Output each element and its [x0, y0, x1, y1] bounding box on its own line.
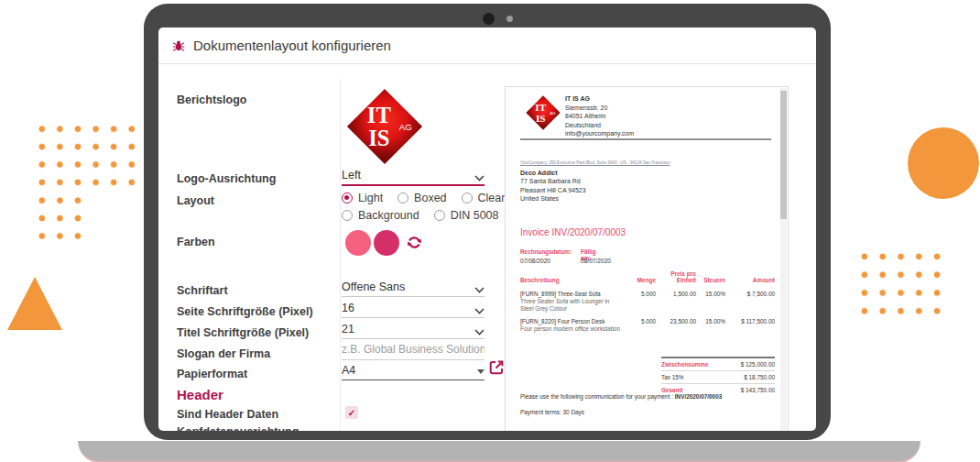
layout-label: Layout	[177, 194, 334, 207]
title-font-size-select[interactable]: 21	[342, 320, 485, 339]
chevron-down-icon	[474, 329, 485, 336]
report-logo-image[interactable]: IT IS AG	[344, 86, 425, 170]
laptop-base	[78, 441, 920, 462]
scrollbar-thumb[interactable]	[780, 91, 787, 219]
item-description: Four person modern office workstation	[520, 325, 623, 333]
invoice-totals: Zwischensumme $ 125,000.00 Tax 15% $ 18,…	[661, 357, 775, 396]
laptop-frame: Dokumentenlayout konfigurieren Berichtsl…	[144, 4, 831, 440]
sender-address-line: YourCompany, 250 Executive Park Blvd, Su…	[520, 160, 670, 165]
radio-light-label[interactable]: Light	[358, 192, 383, 204]
invoice-date-value: 07/08/2020	[520, 258, 550, 264]
radio-boxed-label[interactable]: Boxed	[414, 192, 446, 204]
invoice-company-block: IT IS AG Siemensstr. 20 84051 Altheim De…	[565, 94, 634, 138]
svg-text:AG: AG	[550, 111, 556, 116]
customer-country: United States	[520, 194, 586, 203]
chevron-down-icon	[474, 308, 485, 314]
layout-radio-row-1: Light Boxed Clean	[342, 192, 517, 204]
radio-boxed[interactable]	[397, 192, 408, 204]
radio-din5008-label[interactable]: DIN 5008	[451, 209, 499, 222]
invoice-divider	[520, 138, 771, 140]
item-amount: $ 117,500.00	[725, 318, 775, 324]
radio-background[interactable]	[342, 210, 353, 221]
invoice-date-values: 07/08/2020 08/07/2020	[520, 258, 550, 264]
customer-name: Deco Addict	[520, 169, 586, 177]
customer-city: Pleasant Hill CA 94523	[520, 186, 586, 194]
camera-icon	[483, 13, 495, 25]
invoice-preview: IT IS AG IT IS AG Siemensstr. 20 84051 A…	[505, 86, 789, 431]
item-unit-price: 1,500.00	[656, 291, 696, 297]
font-value: Offene Sans	[342, 280, 405, 293]
item-amount: $ 7,500.00	[725, 291, 775, 297]
invoice-date-labels: Rechnungsdatum: Fällig am:	[520, 248, 572, 255]
title-font-size-label: Titel Schriftgröße (Pixel)	[177, 326, 334, 339]
payment-note-text: Please use the following communication f…	[520, 393, 675, 400]
due-date-value: 08/07/2020	[581, 258, 611, 264]
radio-clean-label[interactable]: Clean	[478, 192, 508, 204]
app-window: Dokumentenlayout konfigurieren Berichtsl…	[158, 28, 816, 431]
slogan-input[interactable]	[342, 341, 485, 360]
deco-circle	[908, 127, 979, 199]
preview-scrollbar[interactable]	[780, 88, 787, 431]
chevron-down-icon	[474, 287, 485, 293]
tax-value: $ 18,750.00	[744, 374, 775, 380]
item-qty: 5.000	[623, 318, 656, 324]
layout-radio-row-2: Background DIN 5008	[342, 209, 508, 222]
col-taxes: Steuern	[696, 277, 725, 283]
color-swatch-secondary[interactable]	[374, 230, 399, 256]
page-font-size-label: Seite Schriftgröße (Pixel)	[177, 305, 334, 318]
company-email: info@yourcompany.com	[565, 129, 634, 138]
deco-dots-right	[855, 248, 946, 320]
company-country: Deutschland	[565, 121, 634, 130]
header-data-checkbox[interactable]: ✓	[345, 406, 358, 419]
paper-format-select[interactable]: A4	[342, 361, 485, 380]
caret-down-icon	[477, 369, 485, 374]
title-font-size-value: 21	[342, 323, 354, 336]
tax-row: Tax 15% $ 18,750.00	[661, 371, 775, 384]
subtotal-value: $ 125,000.00	[741, 361, 775, 368]
deco-dots-left-top	[33, 120, 141, 192]
payment-communication-note: Please use the following communication f…	[520, 393, 722, 400]
deco-triangle	[7, 277, 62, 330]
tax-label: Tax 15%	[661, 374, 684, 380]
svg-text:AG: AG	[399, 122, 412, 132]
company-name: IT IS AG	[565, 94, 634, 104]
logo-alignment-label: Logo-Ausrichtung	[177, 172, 334, 185]
color-swatch-primary[interactable]	[345, 230, 371, 256]
font-select[interactable]: Offene Sans	[342, 278, 485, 297]
item-qty: 5.000	[623, 291, 656, 297]
radio-background-label[interactable]: Background	[358, 209, 419, 222]
invoice-table: Beschreibung Menge Preis pro Einheit Ste…	[520, 270, 775, 333]
bug-icon	[172, 39, 185, 52]
invoice-logo-image: IT IS AG	[525, 94, 561, 135]
invoice-title: Invoice INV/2020/07/0003	[520, 227, 626, 237]
font-label: Schriftart	[177, 284, 334, 297]
external-link-icon[interactable]	[488, 359, 505, 380]
chevron-down-icon	[474, 175, 485, 182]
camera-led-icon	[506, 16, 513, 22]
header-section-title: Header	[177, 387, 223, 402]
refresh-colors-icon[interactable]	[407, 235, 422, 254]
total-label: Gesamt	[661, 387, 682, 393]
report-logo-label: Berichtslogo	[177, 94, 334, 106]
col-description: Beschreibung	[520, 277, 623, 283]
radio-clean[interactable]	[462, 192, 473, 204]
header-alignment-label: Kopfdatenausrichtung	[177, 425, 334, 431]
invoice-date-label: Rechnungsdatum:	[520, 248, 572, 255]
item-unit-price: 23,500.00	[656, 318, 696, 324]
colors-label: Farben	[177, 236, 334, 248]
radio-light[interactable]	[342, 192, 353, 204]
page-font-size-select[interactable]: 16	[342, 299, 485, 318]
table-row: [FURN_8999] Three-Seat Sofa 5.000 1,500.…	[520, 291, 775, 314]
radio-din5008[interactable]	[434, 210, 445, 221]
svg-text:IS: IS	[368, 126, 389, 150]
svg-text:IT: IT	[535, 102, 546, 113]
table-row: [FURN_8220] Four Person Desk 5.000 23,50…	[520, 318, 775, 333]
item-tax: 15.00%	[696, 318, 725, 324]
col-unit-price: Preis pro Einheit	[656, 270, 696, 283]
company-street: Siemensstr. 20	[565, 104, 634, 113]
deco-dots-left-bottom	[33, 192, 88, 246]
col-amount: Amount	[725, 277, 775, 283]
logo-alignment-select[interactable]: Left	[342, 167, 485, 186]
paper-format-value: A4	[342, 364, 355, 377]
page-title: Dokumentenlayout konfigurieren	[193, 38, 391, 53]
